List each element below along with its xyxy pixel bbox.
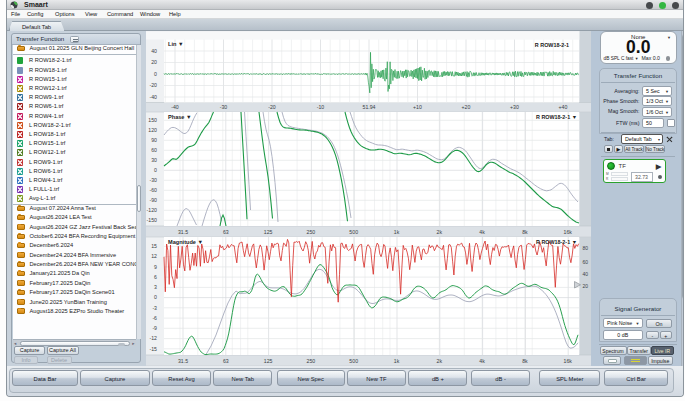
svg-text:8k: 8k [522, 358, 528, 364]
svg-text:500: 500 [349, 229, 358, 235]
svg-text:40: 40 [151, 48, 157, 54]
svg-text:-15: -15 [150, 346, 158, 352]
svg-text:16k: 16k [564, 358, 573, 364]
svg-text:6: 6 [154, 274, 157, 280]
svg-text:125: 125 [264, 229, 273, 235]
svg-text:+30: +30 [510, 104, 519, 110]
svg-text:-10: -10 [317, 104, 325, 110]
svg-text:-40: -40 [150, 94, 158, 100]
svg-text:-120: -120 [147, 207, 157, 213]
svg-text:60: 60 [151, 147, 157, 153]
svg-text:15: 15 [151, 243, 157, 249]
svg-text:30: 30 [151, 157, 157, 163]
svg-text:Magnitude ▼: Magnitude ▼ [168, 239, 203, 245]
svg-text:20: 20 [583, 283, 589, 289]
svg-text:63: 63 [223, 358, 229, 364]
svg-text:12: 12 [151, 253, 157, 259]
svg-text:120: 120 [148, 127, 157, 133]
svg-text:+10: +10 [413, 104, 422, 110]
svg-text:0: 0 [154, 71, 157, 77]
svg-text:1k: 1k [394, 358, 400, 364]
svg-text:3: 3 [154, 284, 157, 290]
svg-text:-20: -20 [150, 82, 158, 88]
svg-text:4k: 4k [479, 358, 485, 364]
svg-text:-150: -150 [147, 217, 157, 223]
svg-text:-9: -9 [152, 325, 157, 331]
svg-text:-3: -3 [152, 305, 157, 311]
svg-text:8k: 8k [522, 229, 528, 235]
svg-text:R ROW18-2-1 ▼: R ROW18-2-1 ▼ [536, 239, 577, 245]
svg-text:1k: 1k [394, 229, 400, 235]
svg-text:63: 63 [223, 229, 229, 235]
svg-text:4k: 4k [479, 229, 485, 235]
svg-text:90: 90 [151, 137, 157, 143]
svg-text:R ROW18-2-1 ▼: R ROW18-2-1 ▼ [536, 114, 577, 120]
svg-text:-30: -30 [150, 177, 158, 183]
svg-text:0: 0 [154, 294, 157, 300]
svg-text:40: 40 [583, 271, 589, 277]
svg-text:0: 0 [154, 167, 157, 173]
svg-text:2k: 2k [437, 358, 443, 364]
svg-text:-6: -6 [152, 315, 157, 321]
svg-text:250: 250 [307, 229, 316, 235]
svg-text:9: 9 [154, 264, 157, 270]
svg-text:500: 500 [349, 358, 358, 364]
svg-text:-60: -60 [150, 187, 158, 193]
svg-text:-20: -20 [268, 104, 276, 110]
svg-text:-30: -30 [220, 104, 228, 110]
svg-text:-12: -12 [150, 335, 158, 341]
svg-text:-90: -90 [150, 197, 158, 203]
svg-text:80: 80 [583, 245, 589, 251]
svg-text:20: 20 [151, 59, 157, 65]
svg-text:16k: 16k [564, 229, 573, 235]
svg-text:51.94: 51.94 [363, 104, 376, 110]
svg-text:31.5: 31.5 [178, 358, 188, 364]
svg-text:150: 150 [148, 117, 157, 123]
svg-text:+20: +20 [462, 104, 471, 110]
svg-text:125: 125 [264, 358, 273, 364]
svg-text:Phase ▼: Phase ▼ [168, 114, 192, 120]
svg-text:Lin ▼: Lin ▼ [168, 41, 183, 47]
svg-text:-40: -40 [171, 104, 179, 110]
svg-text:31.5: 31.5 [178, 229, 188, 235]
svg-text:60: 60 [583, 259, 589, 265]
svg-text:250: 250 [307, 358, 316, 364]
svg-text:2k: 2k [437, 229, 443, 235]
svg-text:+40: +40 [559, 104, 568, 110]
svg-text:R ROW18-2-1: R ROW18-2-1 [535, 42, 569, 48]
